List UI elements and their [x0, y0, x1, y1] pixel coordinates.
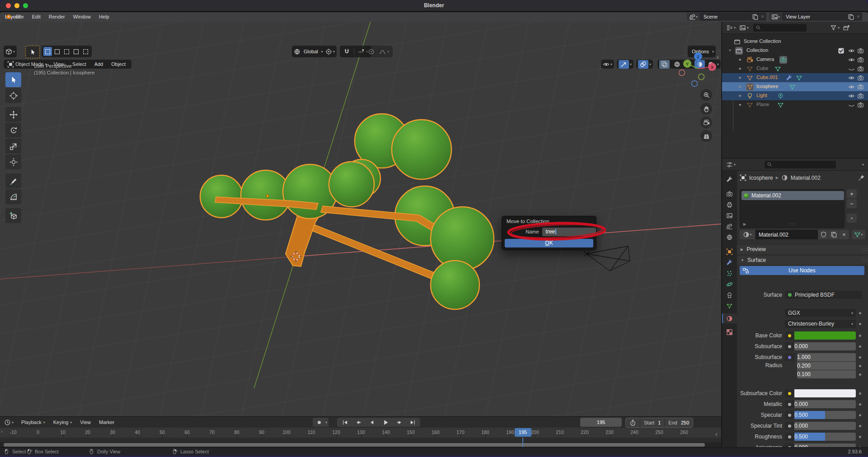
outliner-filter-type-dropdown[interactable]: ▾: [737, 24, 751, 31]
expand-arrow[interactable]: ▶: [739, 103, 741, 107]
tool-cursor[interactable]: [5, 88, 21, 103]
decorator-dot[interactable]: [859, 365, 861, 367]
scene-copy-icon[interactable]: [752, 14, 759, 20]
camera-view-button[interactable]: [700, 117, 712, 128]
decorator-dot[interactable]: [859, 312, 861, 314]
current-frame-indicator[interactable]: 195: [515, 428, 531, 437]
tool-annotate[interactable]: [5, 173, 21, 188]
current-frame-field[interactable]: 195: [580, 418, 622, 427]
decorator-dot[interactable]: [859, 335, 861, 337]
zoom-view-button[interactable]: [700, 89, 712, 101]
playhead-line[interactable]: [522, 438, 523, 448]
eye-open-icon[interactable]: [848, 84, 855, 90]
sidebar-collapse-arrow[interactable]: ‹: [717, 53, 719, 61]
tool-measure[interactable]: [5, 189, 21, 204]
tool-transform[interactable]: [5, 154, 21, 169]
properties-tab-render[interactable]: [722, 189, 737, 199]
outliner-row-icosphere[interactable]: ▶Icosphere: [722, 82, 868, 91]
eye-open-icon[interactable]: [848, 93, 855, 99]
timeline-editor-selector[interactable]: ▾: [2, 419, 15, 426]
timeline-menu-keying[interactable]: Keying▾: [49, 417, 76, 428]
transform-orientation-dropdown[interactable]: Global▾: [292, 46, 325, 57]
timeline-menu-marker[interactable]: Marker: [95, 417, 118, 428]
prop-vector-value[interactable]: 0.200: [797, 362, 856, 370]
select-mode-invert[interactable]: [72, 47, 80, 56]
navigation-gizmo[interactable]: Z Y X: [677, 46, 719, 92]
new-collection-button[interactable]: [841, 24, 852, 31]
decorator-dot[interactable]: [859, 373, 861, 376]
outliner-row-plane[interactable]: ▶Plane: [722, 100, 868, 109]
collection-name-input[interactable]: tree: [542, 228, 596, 236]
view-layer-name[interactable]: View Layer: [782, 14, 848, 19]
view-layer-selector[interactable]: ▾ View Layer ×: [769, 13, 862, 21]
prev-frame-button[interactable]: [366, 418, 378, 427]
surface-shader-menu[interactable]: Principled BSDF: [785, 291, 862, 299]
outliner-row-camera[interactable]: ▶Camera: [722, 55, 868, 64]
decorator-dot[interactable]: [859, 425, 861, 427]
pivot-point-dropdown[interactable]: ▾: [324, 46, 337, 57]
view-layer-copy-icon[interactable]: [848, 14, 854, 20]
expand-arrow[interactable]: ▶: [739, 67, 741, 70]
decorator-dot[interactable]: [859, 392, 861, 395]
properties-tab-physics[interactable]: [722, 279, 737, 289]
eye-open-icon[interactable]: [848, 75, 855, 81]
render-visibility-icon[interactable]: [857, 75, 864, 81]
prop-slider[interactable]: 0.500: [794, 433, 856, 441]
decorator-dot[interactable]: [859, 323, 861, 325]
expand-arrow[interactable]: ▼: [728, 49, 732, 52]
properties-tab-view-layer[interactable]: [722, 210, 737, 220]
slot-specials-dropdown[interactable]: ▾: [847, 214, 857, 223]
ortho-view-button[interactable]: [700, 130, 712, 142]
copy-material-button[interactable]: [829, 230, 839, 239]
render-visibility-icon[interactable]: [857, 84, 864, 90]
decorator-dot[interactable]: [859, 414, 861, 416]
expand-arrow[interactable]: ▶: [739, 58, 741, 61]
select-mode-subtract[interactable]: [62, 47, 71, 56]
gizmos-toggle[interactable]: [619, 60, 629, 69]
expand-arrow[interactable]: ▶: [739, 94, 741, 98]
tool-scale[interactable]: [5, 139, 21, 154]
xray-toggle[interactable]: [659, 60, 670, 69]
jump-to-start-button[interactable]: [338, 418, 351, 427]
auto-keying-toggle[interactable]: [314, 418, 324, 427]
prop-vector-value[interactable]: 1.000: [797, 353, 856, 361]
outliner-row-scene-collection[interactable]: Scene Collection: [722, 37, 868, 46]
prop-slider[interactable]: 0.000: [794, 422, 856, 430]
timeline-ruler[interactable]: -100102030405060708090100110120130140150…: [0, 428, 721, 438]
menu-help[interactable]: Help: [95, 11, 113, 22]
properties-tab-object[interactable]: [722, 247, 737, 256]
menu-edit[interactable]: Edit: [28, 11, 45, 22]
scene-unlink-icon[interactable]: ×: [759, 14, 766, 20]
next-keyframe-button[interactable]: [393, 418, 405, 427]
properties-tab-modifiers[interactable]: [722, 257, 737, 267]
decorator-dot[interactable]: [859, 345, 861, 348]
properties-tab-material[interactable]: [722, 313, 737, 323]
prop-slider[interactable]: 0.000: [794, 400, 856, 408]
frame-end-field[interactable]: End250: [665, 418, 693, 427]
select-mode-extend[interactable]: [53, 47, 61, 56]
snap-toggle-button[interactable]: [342, 47, 352, 56]
use-nodes-button[interactable]: Use Nodes: [740, 266, 864, 275]
use-preview-range-button[interactable]: [626, 418, 640, 427]
visibility-dropdown[interactable]: ▾: [601, 60, 614, 69]
outliner-display-mode-dropdown[interactable]: ▾: [724, 24, 737, 31]
prop-slider[interactable]: 0.500: [794, 411, 856, 419]
proportional-falloff-dropdown[interactable]: ▾: [377, 47, 391, 56]
properties-search-input[interactable]: [765, 161, 836, 168]
viewport-3d[interactable]: ▾ Global▾ ▾ ▾ ▾ Options▾: [0, 22, 721, 416]
properties-tab-output[interactable]: [722, 200, 737, 210]
render-visibility-icon[interactable]: [857, 93, 864, 99]
prop-dropdown-christensen-burley[interactable]: Christensen-Burley▾: [785, 320, 856, 328]
scene-browse-button[interactable]: ▾: [687, 13, 700, 21]
ruler-expand-arrow[interactable]: ›: [1, 429, 3, 434]
properties-tab-object-data[interactable]: [722, 301, 737, 311]
material-link-dropdown[interactable]: ▾: [852, 230, 865, 239]
outliner-row-collection[interactable]: ▼Collection: [722, 46, 868, 55]
jump-to-end-button[interactable]: [406, 418, 419, 427]
slot-list-grip[interactable]: ::::: [740, 222, 844, 226]
tool-select-box[interactable]: [5, 72, 21, 87]
surface-panel-header[interactable]: ▼Surface::::: [737, 255, 868, 265]
outliner-search-input[interactable]: [753, 24, 807, 32]
select-mode-set[interactable]: [43, 47, 52, 56]
timeline-menu-playback[interactable]: Playback▾: [17, 417, 49, 428]
